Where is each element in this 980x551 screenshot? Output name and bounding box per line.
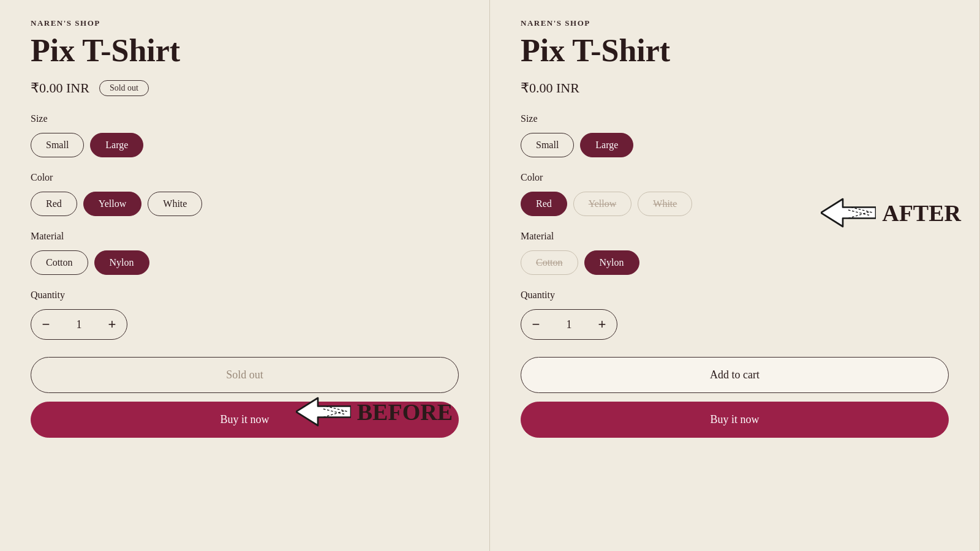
before-quantity-control: − 1 + xyxy=(31,309,127,340)
before-price: ₹0.00 INR xyxy=(31,80,89,96)
after-size-large[interactable]: Large xyxy=(580,133,633,157)
before-price-row: ₹0.00 INR Sold out xyxy=(31,80,459,96)
after-qty-decrease[interactable]: − xyxy=(521,310,551,339)
before-sold-out-button: Sold out xyxy=(31,357,459,393)
after-size-small[interactable]: Small xyxy=(521,133,574,157)
before-material-cotton[interactable]: Cotton xyxy=(31,250,88,275)
after-size-options: Small Large xyxy=(521,133,949,157)
after-color-white: White xyxy=(638,192,692,216)
before-qty-increase[interactable]: + xyxy=(97,310,127,339)
before-size-large[interactable]: Large xyxy=(90,133,143,157)
before-annotation: BEFORE xyxy=(296,395,453,429)
after-shop-name: NAREN'S SHOP xyxy=(521,18,949,28)
before-quantity-section: Quantity − 1 + xyxy=(31,290,459,340)
before-color-label: Color xyxy=(31,172,459,183)
after-qty-increase[interactable]: + xyxy=(587,310,617,339)
after-qty-value: 1 xyxy=(551,318,587,331)
after-quantity-control: − 1 + xyxy=(521,309,617,340)
before-label-text: BEFORE xyxy=(357,399,453,425)
before-sold-out-badge: Sold out xyxy=(99,80,149,96)
before-arrow-icon xyxy=(296,395,351,429)
after-material-options: Cotton Nylon xyxy=(521,250,949,275)
after-color-label: Color xyxy=(521,172,949,183)
after-quantity-section: Quantity − 1 + xyxy=(521,290,949,340)
after-product-title: Pix T-Shirt xyxy=(521,33,949,68)
after-size-label: Size xyxy=(521,113,949,124)
before-panel: NAREN'S SHOP Pix T-Shirt ₹0.00 INR Sold … xyxy=(0,0,490,551)
before-color-white[interactable]: White xyxy=(148,192,202,216)
after-buy-now-button[interactable]: Buy it now xyxy=(521,402,949,438)
before-color-red[interactable]: Red xyxy=(31,192,77,216)
before-material-label: Material xyxy=(31,231,459,242)
before-color-options: Red Yellow White xyxy=(31,192,459,216)
before-material-options: Cotton Nylon xyxy=(31,250,459,275)
after-price-row: ₹0.00 INR xyxy=(521,80,949,96)
before-size-options: Small Large xyxy=(31,133,459,157)
after-arrow-icon xyxy=(821,196,876,230)
after-label-text: AFTER xyxy=(882,200,961,227)
before-size-label: Size xyxy=(31,113,459,124)
after-price: ₹0.00 INR xyxy=(521,80,579,96)
after-material-nylon[interactable]: Nylon xyxy=(584,250,639,275)
before-shop-name: NAREN'S SHOP xyxy=(31,18,459,28)
before-product-title: Pix T-Shirt xyxy=(31,33,459,68)
after-panel: NAREN'S SHOP Pix T-Shirt ₹0.00 INR Size … xyxy=(490,0,980,551)
after-annotation: AFTER xyxy=(821,196,961,230)
before-size-small[interactable]: Small xyxy=(31,133,84,157)
before-qty-decrease[interactable]: − xyxy=(31,310,61,339)
before-material-nylon[interactable]: Nylon xyxy=(94,250,149,275)
before-quantity-label: Quantity xyxy=(31,290,459,301)
after-quantity-label: Quantity xyxy=(521,290,949,301)
after-color-yellow: Yellow xyxy=(573,192,632,216)
before-color-yellow[interactable]: Yellow xyxy=(83,192,142,216)
after-material-label: Material xyxy=(521,231,949,242)
after-add-to-cart-button[interactable]: Add to cart xyxy=(521,357,949,393)
after-color-red[interactable]: Red xyxy=(521,192,567,216)
before-qty-value: 1 xyxy=(61,318,97,331)
after-material-cotton: Cotton xyxy=(521,250,578,275)
